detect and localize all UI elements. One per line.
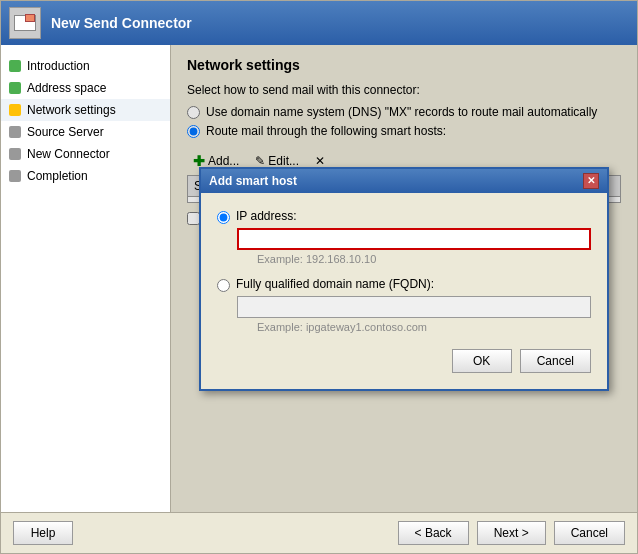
nav-buttons: < Back Next > Cancel [398,521,625,545]
modal-body: IP address: Example: 192.168.10.10 Fully… [201,193,607,389]
sidebar-label-address-space: Address space [27,81,106,95]
add-smart-host-modal: Add smart host ✕ IP address: Example: 19 [199,167,609,391]
sidebar-item-completion[interactable]: Completion [1,165,170,187]
main-window: New Send Connector Introduction Address … [0,0,638,554]
sidebar-label-introduction: Introduction [27,59,90,73]
status-dot-new-connector [9,148,21,160]
ip-address-input[interactable] [237,228,591,250]
modal-close-button[interactable]: ✕ [583,173,599,189]
fqdn-radio[interactable] [217,279,230,292]
window-title: New Send Connector [51,15,192,31]
sidebar-item-new-connector[interactable]: New Connector [1,143,170,165]
modal-buttons: OK Cancel [217,349,591,373]
cancel-button-bottom[interactable]: Cancel [554,521,625,545]
sidebar-item-address-space[interactable]: Address space [1,77,170,99]
fqdn-input[interactable] [237,296,591,318]
status-dot-network-settings [9,104,21,116]
back-button[interactable]: < Back [398,521,469,545]
ip-address-group: IP address: Example: 192.168.10.10 [217,209,591,265]
modal-overlay: Add smart host ✕ IP address: Example: 19 [171,45,637,512]
sidebar-label-completion: Completion [27,169,88,183]
status-dot-address-space [9,82,21,94]
sidebar-item-network-settings[interactable]: Network settings [1,99,170,121]
modal-title: Add smart host [209,174,297,188]
help-button[interactable]: Help [13,521,73,545]
sidebar: Introduction Address space Network setti… [1,45,171,512]
fqdn-example-text: Example: ipgateway1.contoso.com [257,321,591,333]
bottom-bar: Help < Back Next > Cancel [1,512,637,553]
status-dot-completion [9,170,21,182]
ip-input-container: Example: 192.168.10.10 [217,228,591,265]
ip-radio-option[interactable]: IP address: [217,209,591,224]
sidebar-item-source-server[interactable]: Source Server [1,121,170,143]
modal-title-bar: Add smart host ✕ [201,169,607,193]
cancel-button[interactable]: Cancel [520,349,591,373]
fqdn-group: Fully qualified domain name (FQDN): Exam… [217,277,591,333]
ip-address-radio[interactable] [217,211,230,224]
sidebar-item-introduction[interactable]: Introduction [1,55,170,77]
fqdn-label: Fully qualified domain name (FQDN): [236,277,434,291]
sidebar-label-source-server: Source Server [27,125,104,139]
title-bar: New Send Connector [1,1,637,45]
fqdn-input-container: Example: ipgateway1.contoso.com [217,296,591,333]
next-button[interactable]: Next > [477,521,546,545]
status-dot-introduction [9,60,21,72]
window-icon [9,7,41,39]
main-content: Introduction Address space Network setti… [1,45,637,512]
fqdn-radio-option[interactable]: Fully qualified domain name (FQDN): [217,277,591,292]
sidebar-label-new-connector: New Connector [27,147,110,161]
sidebar-label-network-settings: Network settings [27,103,116,117]
right-panel: Network settings Select how to send mail… [171,45,637,512]
ip-address-label: IP address: [236,209,296,223]
ok-button[interactable]: OK [452,349,512,373]
status-dot-source-server [9,126,21,138]
ip-example-text: Example: 192.168.10.10 [257,253,591,265]
